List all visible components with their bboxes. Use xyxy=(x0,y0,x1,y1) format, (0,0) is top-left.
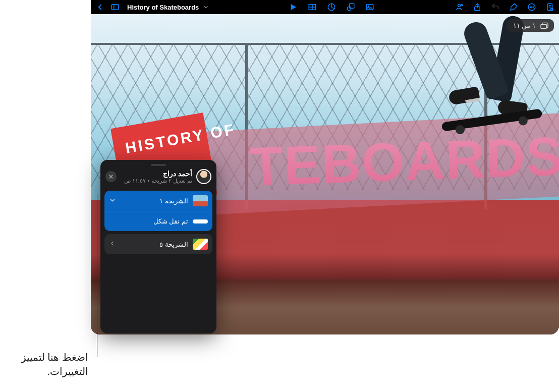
edit-time-text: ١١:٥٧ ص xyxy=(124,178,146,184)
back-icon[interactable] xyxy=(95,2,105,12)
change-row-slide-5[interactable]: الشريحة ٥ xyxy=(104,234,212,254)
svg-rect-7 xyxy=(350,4,354,8)
format-brush-icon[interactable] xyxy=(509,2,519,12)
svg-point-17 xyxy=(533,7,534,8)
document-options-icon[interactable] xyxy=(545,2,555,12)
svg-point-16 xyxy=(531,7,532,8)
table-icon[interactable] xyxy=(307,2,317,12)
change-row-moved-shape[interactable]: تم نقل شكل xyxy=(104,211,212,231)
media-icon[interactable] xyxy=(365,2,375,12)
chart-icon[interactable] xyxy=(326,2,337,12)
activity-panel: أحمد دراج تم تعديل ٢ شريحة • ١١:٥٧ ص الش… xyxy=(100,160,216,333)
author-name: أحمد دراج xyxy=(121,170,192,178)
slide-counter-badge[interactable]: ١ من ١١ xyxy=(507,19,554,32)
undo-icon xyxy=(490,2,500,12)
svg-point-15 xyxy=(530,7,531,8)
document-title: History of Skateboards xyxy=(125,4,201,11)
close-icon xyxy=(108,174,114,179)
collaborate-icon[interactable] xyxy=(454,2,464,12)
svg-marker-2 xyxy=(291,4,297,10)
chevron-down-icon xyxy=(203,4,209,10)
slide-counter-text: ١ من ١١ xyxy=(513,22,536,29)
sidebar-toggle-icon[interactable] xyxy=(110,2,120,12)
svg-point-12 xyxy=(461,5,463,6)
shape-thumbnail xyxy=(193,219,208,223)
chevron-left-icon xyxy=(109,240,116,248)
author-avatar xyxy=(196,169,211,184)
share-icon[interactable] xyxy=(472,2,482,12)
chevron-down-icon xyxy=(109,197,116,205)
change-row-label: الشريحة ١ xyxy=(121,197,188,205)
toolbar: History of Skateboards xyxy=(91,0,559,14)
svg-rect-22 xyxy=(541,24,546,28)
callout-leader-line xyxy=(97,194,97,357)
play-icon[interactable] xyxy=(288,2,298,12)
change-row-label: تم نقل شكل xyxy=(109,217,188,225)
change-row-slide-1[interactable]: الشريحة ١ xyxy=(104,191,212,211)
svg-point-11 xyxy=(458,5,461,7)
slides-icon xyxy=(540,22,549,29)
edit-count-text: تم تعديل ٢ شريحة xyxy=(151,178,192,184)
skater-graphic xyxy=(428,21,554,122)
change-row-label: الشريحة ٥ xyxy=(120,241,188,248)
panel-header: أحمد دراج تم تعديل ٢ شريحة • ١١:٥٧ ص xyxy=(104,168,212,187)
callout-text: اضغط هنا لتمييز التغييرات. xyxy=(0,350,88,378)
svg-rect-0 xyxy=(111,5,119,10)
banner-text: TEBOARDS xyxy=(249,124,559,198)
document-title-button[interactable]: History of Skateboards xyxy=(125,4,209,11)
slide-thumbnail xyxy=(193,195,208,206)
slide-thumbnail xyxy=(193,239,208,250)
close-panel-button[interactable] xyxy=(105,171,117,182)
panel-drag-handle[interactable] xyxy=(151,164,166,166)
more-icon[interactable] xyxy=(527,2,537,12)
shape-icon[interactable] xyxy=(346,2,356,12)
